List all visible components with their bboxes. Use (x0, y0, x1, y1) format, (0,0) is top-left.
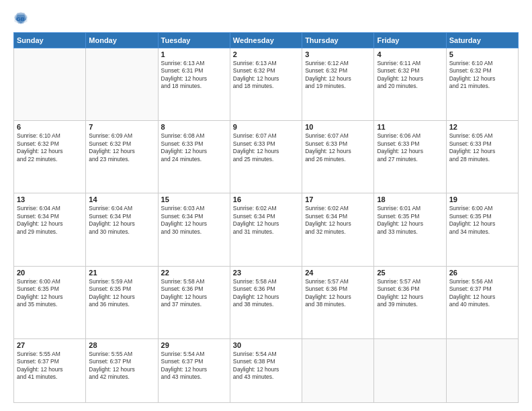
logo-icon: GB (13, 11, 28, 26)
day-info: Sunrise: 6:00 AMSunset: 6:35 PMDaylight:… (17, 278, 83, 309)
calendar-cell: 9Sunrise: 6:07 AMSunset: 6:33 PMDaylight… (230, 121, 302, 193)
weekday-header-tuesday: Tuesday (158, 33, 230, 48)
day-number: 29 (161, 341, 227, 349)
day-number: 13 (17, 195, 83, 203)
calendar-week-row: 20Sunrise: 6:00 AMSunset: 6:35 PMDayligh… (14, 266, 519, 338)
day-number: 17 (305, 195, 371, 203)
day-info: Sunrise: 6:03 AMSunset: 6:34 PMDaylight:… (161, 205, 227, 236)
page: GB SundayMondayTuesdayWednesdayThursdayF… (0, 0, 532, 411)
day-number: 16 (233, 195, 299, 203)
day-info: Sunrise: 6:01 AMSunset: 6:35 PMDaylight:… (377, 205, 443, 236)
calendar-cell: 15Sunrise: 6:03 AMSunset: 6:34 PMDayligh… (158, 193, 230, 266)
calendar-cell: 30Sunrise: 5:54 AMSunset: 6:38 PMDayligh… (230, 338, 302, 402)
weekday-header-thursday: Thursday (302, 33, 374, 48)
calendar-table: SundayMondayTuesdayWednesdayThursdayFrid… (13, 32, 519, 403)
day-info: Sunrise: 6:12 AMSunset: 6:32 PMDaylight:… (305, 60, 371, 91)
calendar-cell: 11Sunrise: 6:06 AMSunset: 6:33 PMDayligh… (374, 121, 446, 193)
day-number: 23 (233, 269, 299, 277)
calendar-cell (302, 338, 374, 402)
calendar-cell: 18Sunrise: 6:01 AMSunset: 6:35 PMDayligh… (374, 193, 446, 266)
calendar-cell: 28Sunrise: 5:55 AMSunset: 6:37 PMDayligh… (86, 338, 158, 402)
day-number: 11 (377, 123, 443, 131)
day-info: Sunrise: 5:57 AMSunset: 6:36 PMDaylight:… (377, 278, 443, 309)
day-info: Sunrise: 5:56 AMSunset: 6:37 PMDaylight:… (449, 278, 515, 309)
calendar-week-row: 13Sunrise: 6:04 AMSunset: 6:34 PMDayligh… (14, 193, 519, 266)
day-info: Sunrise: 5:58 AMSunset: 6:36 PMDaylight:… (161, 278, 227, 309)
day-info: Sunrise: 6:11 AMSunset: 6:32 PMDaylight:… (377, 60, 443, 91)
day-info: Sunrise: 5:59 AMSunset: 6:35 PMDaylight:… (89, 278, 154, 309)
day-info: Sunrise: 5:55 AMSunset: 6:37 PMDaylight:… (17, 351, 83, 381)
day-info: Sunrise: 6:05 AMSunset: 6:33 PMDaylight:… (449, 132, 515, 163)
calendar-cell: 16Sunrise: 6:02 AMSunset: 6:34 PMDayligh… (230, 193, 302, 266)
calendar-cell: 8Sunrise: 6:08 AMSunset: 6:33 PMDaylight… (158, 121, 230, 193)
day-number: 19 (449, 195, 515, 203)
calendar-cell: 20Sunrise: 6:00 AMSunset: 6:35 PMDayligh… (14, 266, 86, 338)
calendar-cell: 12Sunrise: 6:05 AMSunset: 6:33 PMDayligh… (446, 121, 518, 193)
day-info: Sunrise: 6:10 AMSunset: 6:32 PMDaylight:… (449, 60, 515, 91)
svg-text:GB: GB (16, 16, 24, 22)
day-info: Sunrise: 6:02 AMSunset: 6:34 PMDaylight:… (233, 205, 299, 236)
calendar-week-row: 27Sunrise: 5:55 AMSunset: 6:37 PMDayligh… (14, 338, 519, 402)
day-number: 5 (449, 50, 515, 58)
day-number: 6 (17, 123, 83, 131)
calendar-cell: 6Sunrise: 6:10 AMSunset: 6:32 PMDaylight… (14, 121, 86, 193)
day-info: Sunrise: 6:00 AMSunset: 6:35 PMDaylight:… (449, 205, 515, 236)
day-info: Sunrise: 6:09 AMSunset: 6:32 PMDaylight:… (89, 132, 154, 163)
calendar-cell: 27Sunrise: 5:55 AMSunset: 6:37 PMDayligh… (14, 338, 86, 402)
day-number: 7 (89, 123, 154, 131)
day-number: 28 (89, 341, 154, 349)
day-info: Sunrise: 6:04 AMSunset: 6:34 PMDaylight:… (89, 205, 154, 236)
weekday-header-wednesday: Wednesday (230, 33, 302, 48)
day-info: Sunrise: 5:54 AMSunset: 6:38 PMDaylight:… (233, 351, 299, 381)
day-info: Sunrise: 6:04 AMSunset: 6:34 PMDaylight:… (17, 205, 83, 236)
header: GB (13, 11, 519, 26)
day-info: Sunrise: 6:07 AMSunset: 6:33 PMDaylight:… (305, 132, 371, 163)
day-info: Sunrise: 6:08 AMSunset: 6:33 PMDaylight:… (161, 132, 227, 163)
weekday-header-row: SundayMondayTuesdayWednesdayThursdayFrid… (14, 33, 519, 48)
calendar-cell: 24Sunrise: 5:57 AMSunset: 6:36 PMDayligh… (302, 266, 374, 338)
day-info: Sunrise: 6:13 AMSunset: 6:32 PMDaylight:… (233, 60, 299, 91)
weekday-header-friday: Friday (374, 33, 446, 48)
day-number: 1 (161, 50, 227, 58)
day-info: Sunrise: 6:06 AMSunset: 6:33 PMDaylight:… (377, 132, 443, 163)
day-number: 10 (305, 123, 371, 131)
day-number: 18 (377, 195, 443, 203)
day-number: 3 (305, 50, 371, 58)
calendar-cell: 25Sunrise: 5:57 AMSunset: 6:36 PMDayligh… (374, 266, 446, 338)
day-number: 12 (449, 123, 515, 131)
day-info: Sunrise: 5:57 AMSunset: 6:36 PMDaylight:… (305, 278, 371, 309)
calendar-cell: 17Sunrise: 6:02 AMSunset: 6:34 PMDayligh… (302, 193, 374, 266)
calendar-cell: 7Sunrise: 6:09 AMSunset: 6:32 PMDaylight… (86, 121, 158, 193)
weekday-header-monday: Monday (86, 33, 158, 48)
calendar-cell (374, 338, 446, 402)
day-info: Sunrise: 6:07 AMSunset: 6:33 PMDaylight:… (233, 132, 299, 163)
calendar-cell: 13Sunrise: 6:04 AMSunset: 6:34 PMDayligh… (14, 193, 86, 266)
calendar-cell: 2Sunrise: 6:13 AMSunset: 6:32 PMDaylight… (230, 48, 302, 121)
logo: GB (13, 11, 31, 26)
day-number: 30 (233, 341, 299, 349)
day-number: 2 (233, 50, 299, 58)
day-number: 25 (377, 269, 443, 277)
day-info: Sunrise: 6:10 AMSunset: 6:32 PMDaylight:… (17, 132, 83, 163)
weekday-header-sunday: Sunday (14, 33, 86, 48)
calendar-cell: 23Sunrise: 5:58 AMSunset: 6:36 PMDayligh… (230, 266, 302, 338)
calendar-cell: 1Sunrise: 6:13 AMSunset: 6:31 PMDaylight… (158, 48, 230, 121)
calendar-cell (86, 48, 158, 121)
day-number: 22 (161, 269, 227, 277)
day-info: Sunrise: 5:55 AMSunset: 6:37 PMDaylight:… (89, 351, 154, 381)
calendar-cell: 19Sunrise: 6:00 AMSunset: 6:35 PMDayligh… (446, 193, 518, 266)
day-number: 15 (161, 195, 227, 203)
day-number: 26 (449, 269, 515, 277)
calendar-cell (14, 48, 86, 121)
day-number: 9 (233, 123, 299, 131)
day-number: 8 (161, 123, 227, 131)
calendar-cell: 4Sunrise: 6:11 AMSunset: 6:32 PMDaylight… (374, 48, 446, 121)
day-info: Sunrise: 5:58 AMSunset: 6:36 PMDaylight:… (233, 278, 299, 309)
calendar-week-row: 6Sunrise: 6:10 AMSunset: 6:32 PMDaylight… (14, 121, 519, 193)
day-info: Sunrise: 6:13 AMSunset: 6:31 PMDaylight:… (161, 60, 227, 91)
calendar-cell: 10Sunrise: 6:07 AMSunset: 6:33 PMDayligh… (302, 121, 374, 193)
calendar-week-row: 1Sunrise: 6:13 AMSunset: 6:31 PMDaylight… (14, 48, 519, 121)
weekday-header-saturday: Saturday (446, 33, 518, 48)
calendar-cell: 29Sunrise: 5:54 AMSunset: 6:37 PMDayligh… (158, 338, 230, 402)
day-number: 14 (89, 195, 154, 203)
